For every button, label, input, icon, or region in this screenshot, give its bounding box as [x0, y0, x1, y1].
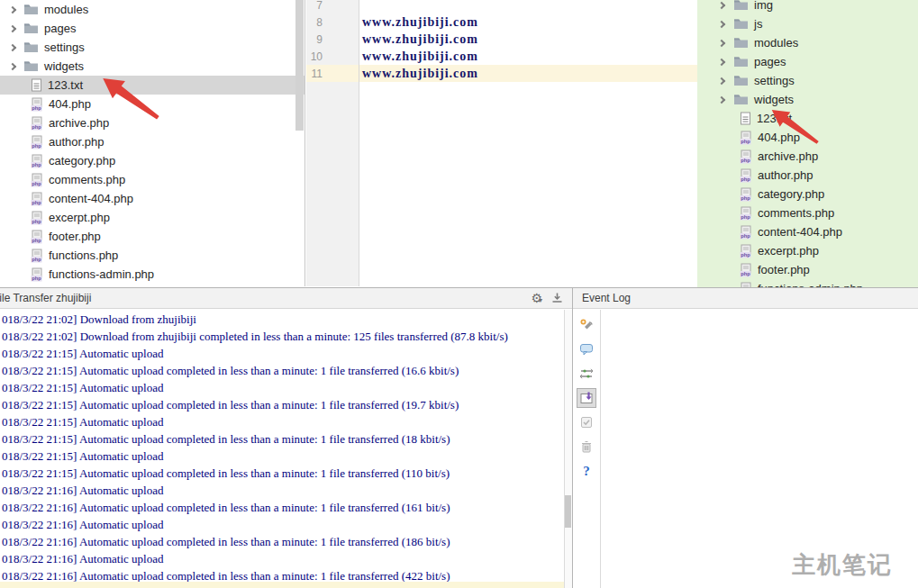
line-number: 9 [306, 33, 323, 46]
svg-text:php: php [32, 257, 41, 262]
file-transfer-log[interactable]: 018/3/22 21:02] Download from zhujibiji0… [0, 310, 564, 588]
log-line: 018/3/22 21:15] Automatic upload [0, 413, 564, 430]
tree-item-author-php[interactable]: phpauthor.php [0, 132, 304, 151]
chevron-right-icon[interactable] [718, 95, 725, 103]
dock-event-log-button[interactable] [577, 388, 596, 408]
php-file-icon: php [31, 116, 43, 131]
event-log-toolbar: ? [573, 310, 601, 588]
code-editor[interactable]: 78www.zhujibiji.com9www.zhujibiji.com10w… [306, 0, 697, 286]
tree-item-widgets[interactable]: widgets [697, 90, 918, 109]
event-log-title: Event Log [582, 292, 631, 304]
editor-gutter-divider [359, 0, 359, 286]
chevron-right-icon[interactable] [9, 5, 16, 13]
tree-item-category-php[interactable]: phpcategory.php [0, 151, 304, 170]
filter-events-button[interactable] [577, 364, 596, 384]
folder-icon [23, 60, 39, 72]
event-log-content[interactable] [602, 310, 918, 588]
tree-item-label: modules [44, 3, 88, 16]
log-line: 018/3/22 21:15] Automatic upload complet… [0, 430, 564, 448]
editor-line-7[interactable]: 7 [306, 0, 697, 14]
log-line: 018/3/22 21:16] Automatic upload complet… [0, 499, 564, 516]
chevron-right-icon[interactable] [9, 62, 16, 69]
hide-panel-button[interactable] [551, 292, 563, 306]
file-transfer-panel: File Transfer zhujibiji ⚙▾ 018/3/22 21:0… [0, 287, 572, 588]
tree-item-label: modules [754, 36, 798, 50]
tree-item-settings[interactable]: settings [0, 38, 304, 57]
clear-all-button[interactable] [577, 437, 596, 457]
help-button[interactable]: ? [577, 461, 596, 481]
tree-item-pages[interactable]: pages [697, 52, 918, 71]
tree-item-label: content-404.php [49, 192, 133, 205]
chevron-right-icon[interactable] [718, 39, 725, 46]
svg-text:php: php [741, 176, 750, 182]
chevron-right-icon[interactable] [718, 1, 725, 8]
log-line: 018/3/22 21:02] Download from zhujibiji [0, 311, 564, 328]
tree-item-js[interactable]: js [697, 14, 918, 33]
php-file-icon: php [31, 192, 43, 206]
svg-text:php: php [32, 238, 41, 243]
log-highlight-strip [0, 582, 564, 588]
editor-line-9[interactable]: 9www.zhujibiji.com [306, 31, 697, 48]
settings-gear-button[interactable]: ⚙▾ [531, 292, 542, 305]
chevron-right-icon[interactable] [718, 77, 725, 84]
log-line: 018/3/22 21:15] Automatic upload [0, 379, 564, 396]
tree-item-functions-admin-php[interactable]: phpfunctions-admin.php [0, 265, 304, 284]
chevron-right-icon[interactable] [718, 58, 725, 65]
php-file-icon: php [31, 267, 43, 282]
tree-item-comments-php[interactable]: phpcomments.php [697, 204, 918, 222]
log-line: 018/3/22 21:15] Automatic upload complet… [0, 465, 564, 482]
tree-item-content-404-php[interactable]: phpcontent-404.php [0, 189, 304, 208]
mark-all-read-button[interactable] [577, 412, 596, 432]
tree-item-label: functions-admin.php [49, 267, 154, 281]
php-file-icon: php [31, 230, 43, 244]
tree-item-excerpt-php[interactable]: phpexcerpt.php [697, 241, 918, 260]
txt-file-icon [31, 78, 42, 92]
editor-line-11[interactable]: 11www.zhujibiji.com [306, 65, 697, 82]
chevron-right-icon[interactable] [718, 20, 725, 27]
editor-lines: 78www.zhujibiji.com9www.zhujibiji.com10w… [306, 0, 697, 82]
svg-text:php: php [32, 124, 41, 130]
svg-text:php: php [32, 105, 41, 111]
tree-item-label: settings [754, 74, 795, 87]
tree-item-settings[interactable]: settings [697, 71, 918, 90]
php-file-icon: php [31, 173, 43, 187]
tree-item-label: comments.php [49, 173, 125, 186]
svg-text:php: php [741, 271, 750, 276]
log-line: 018/3/22 21:15] Automatic upload [0, 448, 564, 465]
svg-text:php: php [32, 181, 41, 186]
tree-item-modules[interactable]: modules [697, 33, 918, 52]
tree-item-label: footer.php [758, 263, 810, 276]
chevron-right-icon[interactable] [9, 24, 16, 32]
tree-item-archive-php[interactable]: phparchive.php [697, 147, 918, 166]
tree-item-functions-php[interactable]: phpfunctions.php [0, 246, 304, 265]
svg-text:php: php [32, 219, 41, 224]
balloon-notifications-button[interactable] [577, 339, 596, 359]
file-transfer-scrollbar[interactable] [564, 310, 572, 588]
project-tree-scrollbar[interactable] [295, 0, 304, 131]
tree-item-label: img [754, 0, 773, 12]
tree-item-modules[interactable]: modules [0, 0, 304, 19]
php-file-icon: php [31, 154, 43, 168]
tree-item-footer-php[interactable]: phpfooter.php [0, 227, 304, 246]
log-line: 018/3/22 21:15] Automatic upload complet… [0, 396, 564, 413]
tree-item-footer-php[interactable]: phpfooter.php [697, 260, 918, 279]
log-line: 018/3/22 21:15] Automatic upload [0, 345, 564, 362]
editor-line-8[interactable]: 8www.zhujibiji.com [306, 14, 697, 31]
editor-line-10[interactable]: 10www.zhujibiji.com [306, 48, 697, 65]
tree-item-comments-php[interactable]: phpcomments.php [0, 170, 304, 189]
tree-item-content-404-php[interactable]: phpcontent-404.php [697, 222, 918, 241]
tree-item-excerpt-php[interactable]: phpexcerpt.php [0, 208, 304, 227]
file-transfer-scrollbar-thumb[interactable] [565, 495, 571, 528]
chevron-right-icon[interactable] [9, 43, 16, 50]
project-tree: modulespagessettingswidgets123.txtphp404… [0, 0, 304, 284]
event-log-settings-button[interactable] [577, 315, 596, 335]
project-tree-panel[interactable]: modulespagessettingswidgets123.txtphp404… [0, 0, 305, 286]
tree-item-img[interactable]: img [697, 0, 918, 14]
svg-text:php: php [32, 162, 41, 167]
tree-item-label: widgets [44, 59, 84, 73]
tree-item-pages[interactable]: pages [0, 19, 304, 38]
tree-item-author-php[interactable]: phpauthor.php [697, 166, 918, 185]
tree-item-widgets[interactable]: widgets [0, 57, 304, 76]
php-file-icon: php [31, 135, 43, 149]
tree-item-category-php[interactable]: phpcategory.php [697, 185, 918, 204]
